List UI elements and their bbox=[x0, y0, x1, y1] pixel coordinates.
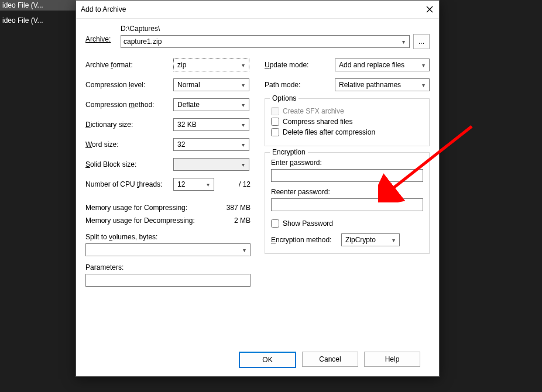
path-mode-label: Path mode: bbox=[265, 81, 335, 89]
mem-decompress-label: Memory usage for Decompressing: bbox=[85, 216, 195, 225]
cpu-threads-select[interactable]: 12 ▾ bbox=[173, 178, 214, 191]
encryption-method-label: Encryption method: bbox=[271, 236, 341, 244]
chevron-down-icon: ▾ bbox=[238, 161, 248, 168]
add-to-archive-dialog: Add to Archive Archive: D:\Captures\ cap… bbox=[76, 0, 440, 377]
delete-after-checkbox[interactable] bbox=[271, 128, 279, 136]
cancel-button[interactable]: Cancel bbox=[302, 352, 358, 367]
file-name: ideo File (V... bbox=[2, 1, 43, 9]
browse-button[interactable]: ... bbox=[413, 34, 430, 49]
archive-path-text: D:\Captures\ bbox=[121, 25, 430, 33]
mem-compress-value: 387 MB bbox=[227, 204, 251, 212]
ok-button[interactable]: OK bbox=[239, 352, 296, 368]
archive-label: Archive: bbox=[85, 25, 121, 43]
chevron-down-icon: ▾ bbox=[239, 247, 249, 253]
show-password-checkbox[interactable] bbox=[271, 219, 279, 228]
encryption-group: Encryption Enter password: Reenter passw… bbox=[265, 152, 430, 254]
parameters-label: Parameters: bbox=[85, 263, 251, 271]
show-password-checkbox-row[interactable]: Show Password bbox=[271, 219, 423, 228]
archive-file-combo[interactable]: capture1.zip ▾ bbox=[121, 35, 410, 48]
dictionary-size-label: Dictionary size: bbox=[85, 121, 173, 129]
chevron-down-icon: ▾ bbox=[418, 82, 428, 88]
chevron-down-icon: ▾ bbox=[238, 62, 248, 68]
chevron-down-icon: ▾ bbox=[238, 102, 248, 108]
chevron-down-icon: ▾ bbox=[238, 82, 248, 88]
enter-password-input[interactable] bbox=[271, 169, 423, 182]
enter-password-label: Enter password: bbox=[271, 159, 423, 167]
compress-shared-checkbox[interactable] bbox=[271, 118, 279, 126]
parameters-input[interactable] bbox=[85, 274, 251, 287]
close-button[interactable] bbox=[425, 5, 434, 14]
create-sfx-checkbox bbox=[271, 107, 279, 115]
solid-block-size-select: ▾ bbox=[173, 158, 249, 171]
encryption-method-select[interactable]: ZipCrypto ▾ bbox=[341, 233, 400, 246]
mem-compress-label: Memory usage for Compressing: bbox=[85, 204, 187, 212]
chevron-down-icon: ▾ bbox=[238, 142, 248, 148]
split-volumes-label: Split to volumes, bytes: bbox=[85, 233, 251, 241]
encryption-legend: Encryption bbox=[270, 148, 308, 156]
compression-level-label: Compression level: bbox=[85, 81, 173, 89]
update-mode-select[interactable]: Add and replace files ▾ bbox=[335, 59, 430, 71]
word-size-label: Word size: bbox=[85, 140, 173, 149]
reenter-password-input[interactable] bbox=[271, 198, 423, 211]
solid-block-size-label: Solid Block size: bbox=[85, 160, 173, 169]
help-button[interactable]: Help bbox=[364, 352, 420, 367]
options-legend: Options bbox=[270, 94, 299, 102]
path-mode-select[interactable]: Relative pathnames ▾ bbox=[335, 78, 430, 91]
cpu-threads-total: / 12 bbox=[239, 180, 251, 188]
delete-after-checkbox-row[interactable]: Delete files after compression bbox=[271, 128, 423, 136]
cpu-threads-label: Number of CPU threads: bbox=[85, 180, 173, 188]
compression-method-label: Compression method: bbox=[85, 101, 173, 109]
update-mode-label: Update mode: bbox=[265, 61, 335, 69]
dictionary-size-select[interactable]: 32 KB ▾ bbox=[173, 118, 249, 131]
chevron-down-icon: ▾ bbox=[203, 181, 212, 188]
create-sfx-checkbox-row: Create SFX archive bbox=[271, 107, 423, 115]
compress-shared-checkbox-row[interactable]: Compress shared files bbox=[271, 118, 423, 126]
chevron-down-icon: ▾ bbox=[389, 237, 398, 243]
chevron-down-icon: ▾ bbox=[238, 122, 248, 128]
archive-file-value: capture1.zip bbox=[124, 37, 162, 46]
reenter-password-label: Reenter password: bbox=[271, 188, 423, 196]
dialog-title: Add to Archive bbox=[81, 5, 126, 13]
chevron-down-icon: ▾ bbox=[418, 62, 428, 68]
archive-format-label: Archive format: bbox=[85, 61, 173, 69]
titlebar: Add to Archive bbox=[76, 1, 439, 19]
file-name: ideo File (V... bbox=[2, 16, 43, 25]
close-icon bbox=[426, 6, 433, 13]
options-group: Options Create SFX archive Compress shar… bbox=[265, 98, 430, 146]
archive-format-select[interactable]: zip ▾ bbox=[173, 59, 249, 71]
word-size-select[interactable]: 32 ▾ bbox=[173, 138, 249, 151]
mem-decompress-value: 2 MB bbox=[234, 216, 251, 225]
chevron-down-icon: ▾ bbox=[399, 39, 408, 45]
compression-method-select[interactable]: Deflate ▾ bbox=[173, 98, 249, 111]
compression-level-select[interactable]: Normal ▾ bbox=[173, 78, 249, 91]
split-volumes-combo[interactable]: ▾ bbox=[85, 243, 251, 256]
